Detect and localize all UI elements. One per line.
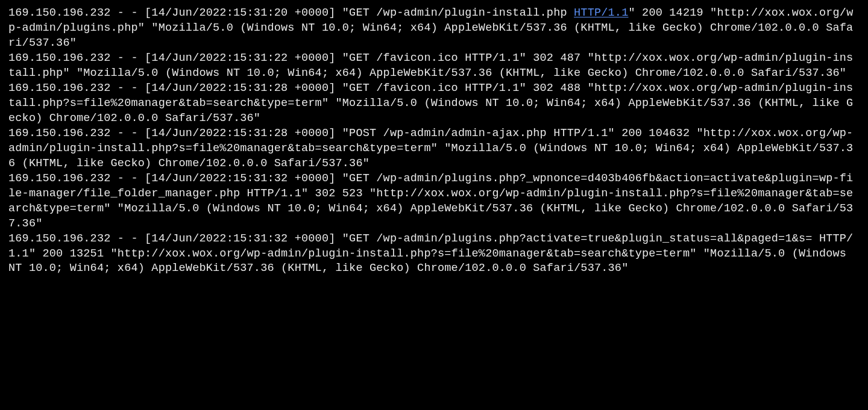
log-entry: 169.150.196.232 - - [14/Jun/2022:15:31:3… [8,232,853,275]
log-entry: 169.150.196.232 - - [14/Jun/2022:15:31:2… [8,7,574,19]
http-protocol-link[interactable]: HTTP/1.1 [574,7,628,19]
log-entry: 169.150.196.232 - - [14/Jun/2022:15:31:2… [8,82,853,125]
log-output: 169.150.196.232 - - [14/Jun/2022:15:31:2… [8,6,860,276]
log-entry: 169.150.196.232 - - [14/Jun/2022:15:31:3… [8,172,853,230]
log-entry: 169.150.196.232 - - [14/Jun/2022:15:31:2… [8,52,853,79]
log-entry: 169.150.196.232 - - [14/Jun/2022:15:31:2… [8,127,853,170]
